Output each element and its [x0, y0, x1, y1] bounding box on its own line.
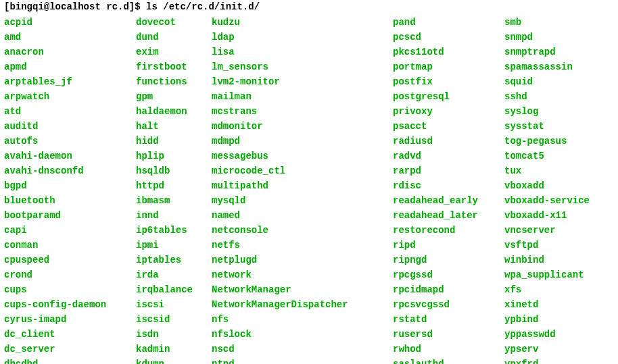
ls-entry: iscsi — [136, 297, 212, 312]
ls-entry: nfs — [212, 312, 393, 327]
ls-entry: rpcgssd — [393, 267, 504, 282]
ls-entry: mdmpd — [212, 134, 393, 149]
ls-entry: exim — [136, 45, 212, 59]
ls-entry: haldaemon — [136, 104, 212, 119]
ls-entry: rstatd — [393, 312, 504, 327]
ls-entry: ypbind — [504, 312, 613, 327]
ls-entry: bootparamd — [4, 208, 136, 223]
ls-entry: kadmin — [136, 342, 212, 357]
ls-entry: avahi-dnsconfd — [4, 163, 136, 178]
command-text: ls /etc/rc.d/init.d/ — [146, 1, 260, 12]
ls-entry: hsqldb — [136, 163, 212, 178]
ls-entry: ypxfrd — [504, 357, 613, 364]
ls-column: kudzuldaplisalm_sensorslvm2-monitormailm… — [212, 15, 393, 364]
ls-entry: cups-config-daemon — [4, 297, 136, 312]
ls-entry: httpd — [136, 178, 212, 193]
ls-entry: arptables_jf — [4, 74, 136, 89]
ls-entry: atd — [4, 104, 136, 119]
ls-entry: bgpd — [4, 178, 136, 193]
ls-entry: rwhod — [393, 342, 504, 357]
ls-entry: kudzu — [212, 15, 393, 30]
ls-entry: dc_client — [4, 327, 136, 342]
ls-entry: rpcsvcgssd — [393, 297, 504, 312]
ls-entry: portmap — [393, 59, 504, 74]
ls-entry: vboxadd-x11 — [504, 208, 613, 223]
ls-entry: ibmasm — [136, 193, 212, 208]
ls-entry: ldap — [212, 30, 393, 45]
ls-entry: NetworkManagerDispatcher — [212, 297, 393, 312]
ls-entry: hplip — [136, 149, 212, 163]
ls-entry: apmd — [4, 59, 136, 74]
shell-prompt: [bingqi@localhost rc.d]$ — [4, 1, 141, 12]
ls-entry: gpm — [136, 89, 212, 104]
ls-entry: ypserv — [504, 342, 613, 357]
ls-entry: irda — [136, 267, 212, 282]
ls-entry: nfslock — [212, 327, 393, 342]
ls-entry: pand — [393, 15, 504, 30]
ls-entry: kdump — [136, 357, 212, 364]
ls-entry: netfs — [212, 238, 393, 253]
ls-entry: lm_sensors — [212, 59, 393, 74]
ls-entry: dhcdbd — [4, 357, 136, 364]
ls-entry: conman — [4, 238, 136, 253]
ls-entry: wpa_supplicant — [504, 267, 613, 282]
ls-entry: vncserver — [504, 223, 613, 238]
ls-entry: acpid — [4, 15, 136, 30]
ls-entry: winbind — [504, 253, 613, 267]
ls-entry: dc_server — [4, 342, 136, 357]
ls-entry: dund — [136, 30, 212, 45]
ls-entry: tux — [504, 163, 613, 178]
ls-entry: messagebus — [212, 149, 393, 163]
ls-entry: snmpd — [504, 30, 613, 45]
ls-column: dovecotdundeximfirstbootfunctionsgpmhald… — [136, 15, 212, 364]
ls-entry: cpuspeed — [4, 253, 136, 267]
ls-entry: vboxadd — [504, 178, 613, 193]
ls-entry: cyrus-imapd — [4, 312, 136, 327]
ls-entry: microcode_ctl — [212, 163, 393, 178]
ls-entry: functions — [136, 74, 212, 89]
ls-entry: readahead_later — [393, 208, 504, 223]
ls-entry: ripd — [393, 238, 504, 253]
ls-entry: avahi-daemon — [4, 149, 136, 163]
ls-entry: rusersd — [393, 327, 504, 342]
ls-entry: anacron — [4, 45, 136, 59]
ls-entry: cups — [4, 282, 136, 297]
ls-entry: ipmi — [136, 238, 212, 253]
ls-entry: netplugd — [212, 253, 393, 267]
ls-entry: multipathd — [212, 178, 393, 193]
ls-entry: irqbalance — [136, 282, 212, 297]
ls-entry: amd — [4, 30, 136, 45]
ls-column: pandpcscdpkcs11otdportmappostfixpostgres… — [393, 15, 504, 364]
ls-entry: bluetooth — [4, 193, 136, 208]
ls-entry: pkcs11otd — [393, 45, 504, 59]
ls-entry: xfs — [504, 282, 613, 297]
ls-entry: autofs — [4, 134, 136, 149]
ls-entry: halt — [136, 119, 212, 134]
ls-entry: NetworkManager — [212, 282, 393, 297]
ls-entry: radiusd — [393, 134, 504, 149]
ls-entry: vsftpd — [504, 238, 613, 253]
ls-entry: smb — [504, 15, 613, 30]
ls-entry: named — [212, 208, 393, 223]
ls-entry: netconsole — [212, 223, 393, 238]
ls-entry: ntpd — [212, 357, 393, 364]
ls-entry: radvd — [393, 149, 504, 163]
ls-entry: ip6tables — [136, 223, 212, 238]
ls-entry: mysqld — [212, 193, 393, 208]
ls-entry: psacct — [393, 119, 504, 134]
ls-entry: postgresql — [393, 89, 504, 104]
ls-entry: hidd — [136, 134, 212, 149]
ls-entry: sysstat — [504, 119, 613, 134]
ls-entry: postfix — [393, 74, 504, 89]
ls-entry: vboxadd-service — [504, 193, 613, 208]
ls-entry: capi — [4, 223, 136, 238]
ls-entry: syslog — [504, 104, 613, 119]
ls-entry: lisa — [212, 45, 393, 59]
ls-entry: mdmonitor — [212, 119, 393, 134]
ls-entry: tog-pegasus — [504, 134, 613, 149]
ls-entry: iptables — [136, 253, 212, 267]
ls-entry: snmptrapd — [504, 45, 613, 59]
ls-entry: rdisc — [393, 178, 504, 193]
ls-entry: isdn — [136, 327, 212, 342]
ls-entry: firstboot — [136, 59, 212, 74]
